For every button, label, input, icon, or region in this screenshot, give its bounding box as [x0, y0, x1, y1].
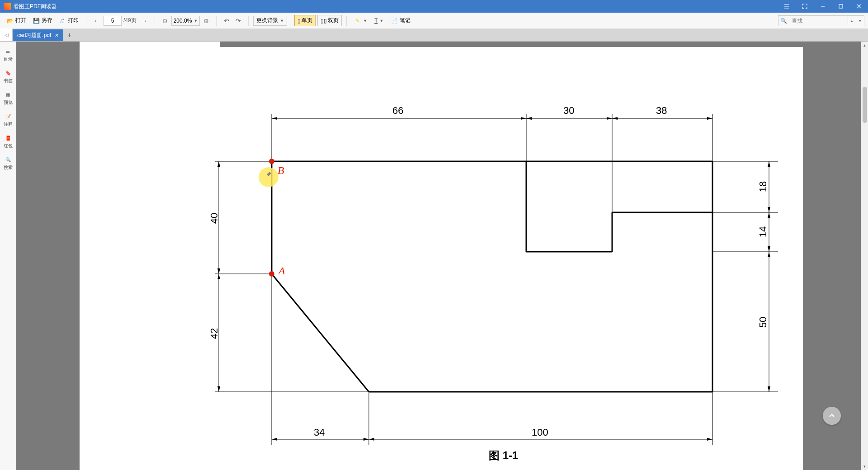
print-label: 打印 — [68, 17, 79, 24]
svg-line-3 — [272, 274, 369, 392]
svg-marker-43 — [768, 246, 770, 252]
title-bar: 看图王PDF阅读器 — [0, 0, 868, 13]
svg-marker-34 — [272, 117, 277, 120]
save-icon: 💾 — [33, 17, 40, 24]
dim-label: 50 — [757, 317, 769, 328]
sidebar: ☰目录 🔖书签 ▦预览 📝注释 🧧红包 🔍搜索 — [0, 42, 16, 470]
svg-point-55 — [269, 159, 274, 164]
maximize-button[interactable] — [832, 0, 850, 13]
sidebar-item-bookmark[interactable]: 🔖书签 — [1, 66, 15, 87]
dim-label: 30 — [563, 105, 574, 117]
chevron-down-icon: ▼ — [280, 19, 284, 23]
open-button[interactable]: 📂 打开 — [4, 15, 29, 26]
svg-marker-42 — [768, 212, 770, 218]
tab-bar: ◁ cad习题册.pdf × + — [0, 29, 868, 42]
scroll-down-arrow[interactable]: ▾ — [861, 463, 868, 470]
point-b-label: B — [278, 164, 284, 177]
sidebar-item-label: 目录 — [4, 56, 13, 62]
fullscreen-button[interactable] — [796, 0, 814, 13]
dim-label: 42 — [208, 328, 220, 339]
dim-label: 100 — [532, 427, 548, 438]
notes-icon: 📄 — [391, 17, 398, 24]
content-viewport[interactable]: 66 30 38 18 14 50 40 42 34 100 A B 图 1-1… — [16, 42, 868, 470]
zoom-in-button[interactable]: ⊕ — [201, 15, 212, 26]
double-page-label: 双页 — [328, 17, 339, 24]
next-page-button[interactable]: → — [138, 15, 150, 26]
highlight-button[interactable]: ✎ ▼ — [351, 15, 370, 26]
print-icon: 🖨 — [59, 17, 66, 24]
redpacket-icon: 🧧 — [4, 134, 12, 142]
svg-marker-47 — [217, 268, 220, 274]
scrollbar-thumb[interactable] — [863, 87, 867, 123]
background-select[interactable]: 更换背景 ▼ — [253, 16, 287, 26]
toolbar: 📂 打开 💾 另存 🖨 打印 ← /49页 → ⊖ 200.0% ▼ ⊕ ↶ ↷… — [0, 13, 868, 29]
menu-button[interactable] — [778, 0, 796, 13]
dim-label: 66 — [392, 105, 403, 117]
figure-title: 图 1-1 — [489, 448, 518, 463]
save-button[interactable]: 💾 另存 — [30, 15, 55, 26]
search-prev-button[interactable]: ▴ — [848, 15, 856, 26]
zoom-out-button[interactable]: ⊖ — [160, 15, 170, 26]
svg-marker-36 — [526, 117, 532, 120]
sidebar-item-redpacket[interactable]: 🧧红包 — [1, 131, 15, 152]
sidebar-item-label: 红包 — [4, 143, 13, 149]
zoom-value: 200.0% — [174, 18, 192, 24]
scroll-to-top-button[interactable] — [823, 407, 841, 425]
dim-label: 40 — [208, 213, 220, 224]
svg-marker-50 — [272, 438, 277, 441]
dim-label: 18 — [757, 181, 769, 192]
app-icon — [4, 3, 11, 10]
single-page-label: 单页 — [302, 17, 312, 24]
dim-label: 34 — [314, 427, 325, 438]
search-icon: 🔍 — [778, 18, 789, 24]
chevron-down-icon: ▼ — [363, 19, 367, 23]
svg-marker-38 — [612, 117, 618, 120]
chevron-down-icon: ▼ — [193, 19, 198, 23]
app-title: 看图王PDF阅读器 — [14, 3, 57, 10]
single-page-button[interactable]: ▯ 单页 — [294, 15, 316, 26]
svg-marker-51 — [363, 438, 369, 441]
svg-rect-0 — [839, 5, 843, 8]
pdf-page: 66 30 38 18 14 50 40 42 34 100 A B 图 1-1… — [80, 42, 803, 470]
bg-label: 更换背景 — [256, 17, 278, 24]
tab-close-button[interactable]: × — [55, 32, 58, 39]
close-button[interactable] — [850, 0, 868, 13]
page-number-input[interactable] — [104, 16, 122, 26]
text-tool-button[interactable]: T ▼ — [372, 16, 386, 26]
sidebar-item-toc[interactable]: ☰目录 — [1, 44, 15, 65]
point-a-label: A — [278, 265, 285, 277]
document-tab[interactable]: cad习题册.pdf × — [13, 29, 63, 41]
sidebar-item-label: 预览 — [4, 99, 13, 106]
notes-button[interactable]: 📄 笔记 — [388, 15, 413, 26]
bookmark-icon: 🔖 — [4, 69, 12, 77]
svg-marker-39 — [707, 117, 712, 120]
search-input[interactable] — [789, 18, 848, 24]
undo-button[interactable]: ↶ — [221, 15, 232, 26]
toc-icon: ☰ — [4, 47, 12, 55]
sidebar-item-search[interactable]: 🔍搜索 — [1, 153, 15, 174]
scroll-up-arrow[interactable]: ▴ — [861, 42, 868, 49]
sidebar-item-preview[interactable]: ▦预览 — [1, 88, 15, 108]
redo-button[interactable]: ↷ — [233, 15, 244, 26]
double-page-button[interactable]: ▯▯ 双页 — [317, 15, 342, 26]
prev-page-button[interactable]: ← — [91, 15, 103, 26]
main-area: ☰目录 🔖书签 ▦预览 📝注释 🧧红包 🔍搜索 — [0, 42, 868, 470]
minimize-button[interactable] — [814, 0, 832, 13]
svg-marker-45 — [768, 386, 770, 392]
zoom-select[interactable]: 200.0% ▼ — [171, 16, 200, 26]
dim-label: 14 — [757, 226, 769, 237]
sidebar-collapse-button[interactable]: ◁ — [0, 28, 13, 41]
tab-add-button[interactable]: + — [63, 29, 76, 41]
svg-marker-52 — [369, 438, 374, 441]
sidebar-item-annotation[interactable]: 📝注释 — [1, 109, 15, 130]
preview-icon: ▦ — [4, 90, 12, 99]
notes-label: 笔记 — [400, 17, 410, 24]
svg-marker-44 — [768, 252, 770, 257]
print-button[interactable]: 🖨 打印 — [56, 15, 81, 26]
open-label: 打开 — [15, 17, 26, 24]
vertical-scrollbar[interactable]: ▴ ▾ — [861, 42, 868, 470]
svg-marker-37 — [607, 117, 612, 120]
svg-marker-35 — [521, 117, 526, 120]
search-next-button[interactable]: ▾ — [856, 15, 864, 26]
sidebar-item-label: 注释 — [4, 121, 13, 127]
